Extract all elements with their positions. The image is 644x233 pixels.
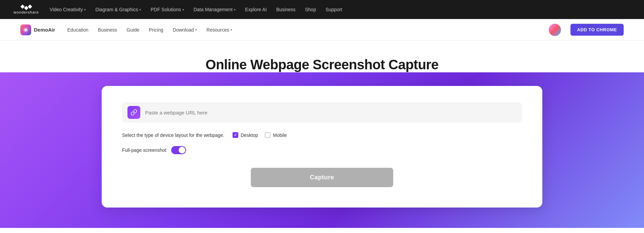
top-nav-support[interactable]: Support (325, 7, 342, 12)
chevron-down-icon: ▾ (195, 28, 197, 32)
secondary-nav: DemoAir Education Business Guide Pricing… (0, 19, 644, 41)
checkbox-group: ✓ Desktop Mobile (233, 132, 287, 138)
chevron-down-icon: ▾ (234, 8, 236, 12)
top-nav-data-management[interactable]: Data Management ▾ (194, 7, 236, 12)
sec-nav-guide[interactable]: Guide (127, 27, 139, 33)
demoair-label: DemoAir (34, 27, 55, 33)
top-nav-business[interactable]: Business (276, 7, 296, 12)
main-title-area: Online Webpage Screenshot Capture (0, 41, 644, 72)
user-avatar[interactable] (549, 24, 561, 36)
svg-point-2 (25, 29, 26, 31)
desktop-checkbox-item[interactable]: ✓ Desktop (233, 132, 258, 138)
url-input[interactable] (145, 110, 517, 115)
desktop-label: Desktop (241, 132, 258, 138)
add-to-chrome-button[interactable]: ADD TO CHROME (570, 24, 624, 36)
chevron-down-icon: ▾ (139, 8, 141, 12)
capture-card: Select the type of device layout for the… (102, 86, 542, 208)
sec-nav-resources[interactable]: Resources ▾ (206, 27, 232, 33)
mobile-checkbox-item[interactable]: Mobile (265, 132, 287, 138)
full-page-label: Full-page screenshot (122, 147, 166, 153)
demoair-icon (20, 24, 31, 35)
url-input-row (122, 102, 522, 123)
wondershare-label: wondershare (14, 10, 39, 14)
top-nav-shop[interactable]: Shop (305, 7, 316, 12)
sec-nav-business[interactable]: Business (98, 27, 117, 33)
sec-nav-education[interactable]: Education (67, 27, 88, 33)
capture-btn-row: Capture (122, 168, 522, 187)
full-page-toggle[interactable] (171, 146, 186, 154)
top-nav-video-creativity[interactable]: Video Creativity ▾ (50, 7, 86, 12)
top-nav-pdf-solutions[interactable]: PDF Solutions ▾ (150, 7, 184, 12)
chevron-down-icon: ▾ (230, 28, 232, 32)
toggle-row: Full-page screenshot (122, 146, 522, 154)
page-title: Online Webpage Screenshot Capture (7, 57, 637, 72)
toggle-thumb (179, 147, 185, 154)
top-nav-items: Video Creativity ▾ Diagram & Graphics ▾ … (50, 7, 630, 12)
link-icon (130, 109, 137, 116)
top-nav: wondershare Video Creativity ▾ Diagram &… (0, 0, 644, 19)
sec-nav-download[interactable]: Download ▾ (173, 27, 197, 33)
device-layout-row: Select the type of device layout for the… (122, 132, 522, 138)
top-nav-explore-ai[interactable]: Explore AI (245, 7, 267, 12)
link-icon-wrap (127, 106, 140, 119)
chevron-down-icon: ▾ (182, 8, 184, 12)
sec-nav-pricing[interactable]: Pricing (149, 27, 163, 33)
desktop-checkbox[interactable]: ✓ (233, 132, 238, 138)
mobile-label: Mobile (273, 132, 287, 138)
checkmark-icon: ✓ (234, 133, 237, 137)
device-layout-label: Select the type of device layout for the… (122, 132, 224, 138)
chevron-down-icon: ▾ (84, 8, 86, 12)
top-nav-diagram-graphics[interactable]: Diagram & Graphics ▾ (95, 7, 141, 12)
hero-section: Select the type of device layout for the… (0, 72, 644, 228)
wondershare-logo[interactable]: wondershare (14, 5, 39, 14)
demoair-logo[interactable]: DemoAir (20, 24, 55, 35)
capture-button[interactable]: Capture (251, 168, 393, 187)
mobile-checkbox[interactable] (265, 132, 270, 138)
